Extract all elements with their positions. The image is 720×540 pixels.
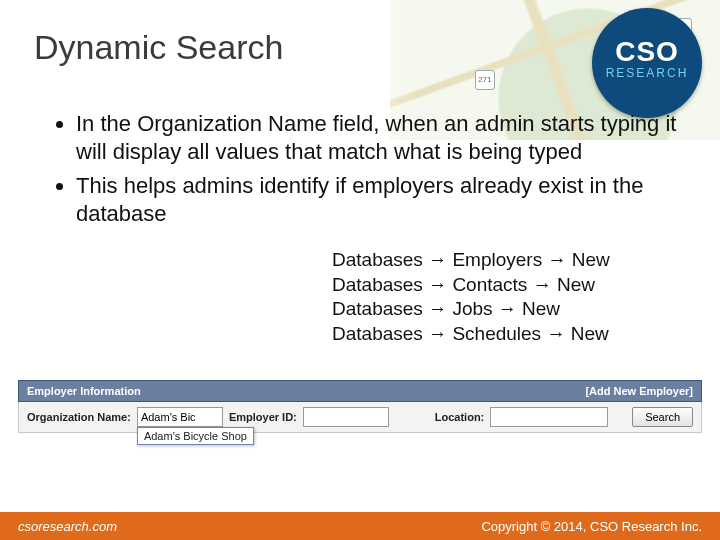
route-shield: 271 xyxy=(475,70,495,90)
bullet-item: In the Organization Name field, when an … xyxy=(76,110,680,166)
location-input[interactable] xyxy=(490,407,608,427)
employer-form-screenshot: Employer Information [Add New Employer] … xyxy=(18,380,702,433)
org-name-input[interactable] xyxy=(137,407,223,427)
nav-path-line: Databases → Schedules → New xyxy=(332,322,610,347)
logo-line1: CSO xyxy=(592,36,702,68)
logo-line2: RESEARCH xyxy=(592,66,702,80)
footer-site: csoresearch.com xyxy=(18,519,117,534)
nav-path-line: Databases → Contacts → New xyxy=(332,273,610,298)
bullet-item: This helps admins identify if employers … xyxy=(76,172,680,228)
footer-bar: csoresearch.com Copyright © 2014, CSO Re… xyxy=(0,512,720,540)
cso-logo: CSO RESEARCH xyxy=(592,8,702,118)
add-new-employer-link[interactable]: [Add New Employer] xyxy=(585,385,693,397)
footer-copyright: Copyright © 2014, CSO Research Inc. xyxy=(481,519,702,534)
page-title: Dynamic Search xyxy=(34,28,283,67)
org-name-label: Organization Name: xyxy=(27,411,131,423)
search-button[interactable]: Search xyxy=(632,407,693,427)
location-label: Location: xyxy=(435,411,485,423)
section-title: Employer Information xyxy=(27,385,141,397)
nav-path-line: Databases → Employers → New xyxy=(332,248,610,273)
employer-id-input[interactable] xyxy=(303,407,389,427)
nav-path-line: Databases → Jobs → New xyxy=(332,297,610,322)
search-row: Organization Name: Adam's Bicycle Shop E… xyxy=(18,402,702,433)
autocomplete-suggestion[interactable]: Adam's Bicycle Shop xyxy=(137,427,254,445)
nav-paths: Databases → Employers → New Databases → … xyxy=(332,248,610,347)
section-header: Employer Information [Add New Employer] xyxy=(18,380,702,402)
body-text: In the Organization Name field, when an … xyxy=(54,110,680,235)
employer-id-label: Employer ID: xyxy=(229,411,297,423)
